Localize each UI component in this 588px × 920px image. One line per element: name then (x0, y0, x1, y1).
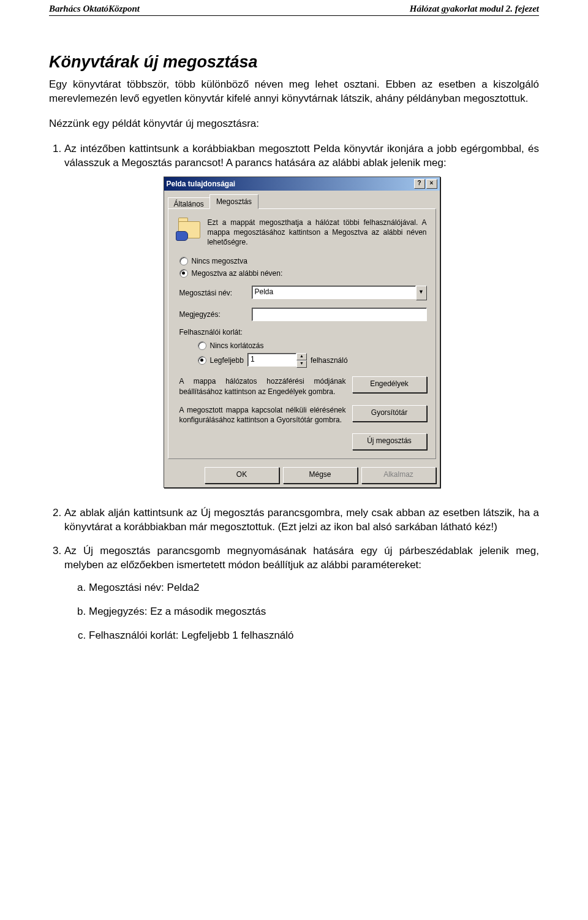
permissions-desc: A mappa hálózatos hozzáférési módjának b… (179, 376, 346, 396)
page-title: Könyvtárak új megosztása (49, 53, 539, 72)
share-name-dropdown-button[interactable]: ▼ (416, 286, 427, 300)
intro-paragraph-2: Nézzünk egy példát könyvtár új megosztás… (49, 117, 539, 131)
step-3a: Megosztási név: Pelda2 (89, 581, 539, 595)
share-name-label: Megosztási név: (179, 288, 247, 298)
step-3c: Felhasználói korlát: Legfeljebb 1 felhas… (89, 629, 539, 643)
tab-strip: Általános Megosztás (164, 191, 440, 209)
comment-label: Megjegyzés: (179, 310, 247, 319)
dialog-titlebar: Pelda tulajdonságai ? × (164, 177, 440, 191)
radio-not-shared[interactable] (179, 257, 188, 265)
permissions-button[interactable]: Engedélyek (352, 376, 427, 393)
spinner-up-button[interactable]: ▲ (296, 353, 307, 360)
sharing-info-text: Ezt a mappát megoszthatja a hálózat több… (208, 218, 427, 248)
user-limit-label: Felhasználói korlát: (179, 327, 427, 337)
cache-button[interactable]: Gyorsítótár (352, 405, 427, 422)
tab-sharing[interactable]: Megosztás (209, 194, 258, 209)
radio-shared[interactable] (179, 269, 188, 278)
max-users-input[interactable]: 1 (247, 353, 296, 367)
help-button[interactable]: ? (414, 179, 425, 189)
new-share-button[interactable]: Új megosztás (352, 433, 427, 450)
cancel-button[interactable]: Mégse (283, 467, 358, 484)
radio-no-limit-label: Nincs korlátozás (210, 341, 264, 351)
intro-paragraph-1: Egy könyvtárat többször, több különböző … (49, 78, 539, 106)
tab-panel-sharing: Ezt a mappát megoszthatja a hálózat több… (168, 208, 436, 459)
share-name-input[interactable]: Pelda (252, 286, 416, 299)
step-1: Az intézőben kattintsunk a korábbiakban … (64, 142, 539, 488)
header-right: Hálózat gyakorlat modul 2. fejezet (410, 4, 539, 14)
close-button[interactable]: × (426, 179, 437, 189)
dialog-title: Pelda tulajdonságai (167, 179, 236, 189)
step-3b: Megjegyzés: Ez a második megosztás (89, 605, 539, 619)
ok-button[interactable]: OK (205, 467, 279, 484)
apply-button[interactable]: Alkalmaz (361, 467, 436, 484)
step-2: Az ablak alján kattintsunk az Új megoszt… (64, 506, 539, 534)
page-header: Barhács OktatóKözpont Hálózat gyakorlat … (49, 0, 539, 16)
radio-no-limit-row[interactable]: Nincs korlátozás (198, 341, 427, 351)
radio-not-shared-label: Nincs megosztva (192, 256, 247, 266)
properties-dialog: Pelda tulajdonságai ? × Általános Megosz… (164, 177, 440, 488)
step-3: Az Új megosztás parancsgomb megnyomásána… (64, 544, 539, 643)
cache-desc: A megosztott mappa kapcsolat nélküli elé… (179, 405, 346, 425)
radio-no-limit[interactable] (198, 341, 206, 350)
radio-max-users-label: Legfeljebb (210, 355, 244, 365)
spinner-down-button[interactable]: ▼ (296, 360, 307, 368)
radio-shared-label: Megosztva az alábbi néven: (192, 268, 283, 278)
radio-not-shared-row[interactable]: Nincs megosztva (179, 256, 427, 266)
users-suffix-label: felhasználó (311, 355, 348, 365)
radio-max-users[interactable] (198, 356, 206, 365)
radio-max-users-row[interactable]: Legfeljebb 1 ▲ ▼ felhasználó (198, 353, 427, 368)
header-left: Barhács OktatóKözpont (49, 4, 140, 14)
comment-input[interactable] (252, 308, 427, 321)
shared-folder-icon (177, 218, 202, 240)
radio-shared-row[interactable]: Megosztva az alábbi néven: (179, 268, 427, 278)
